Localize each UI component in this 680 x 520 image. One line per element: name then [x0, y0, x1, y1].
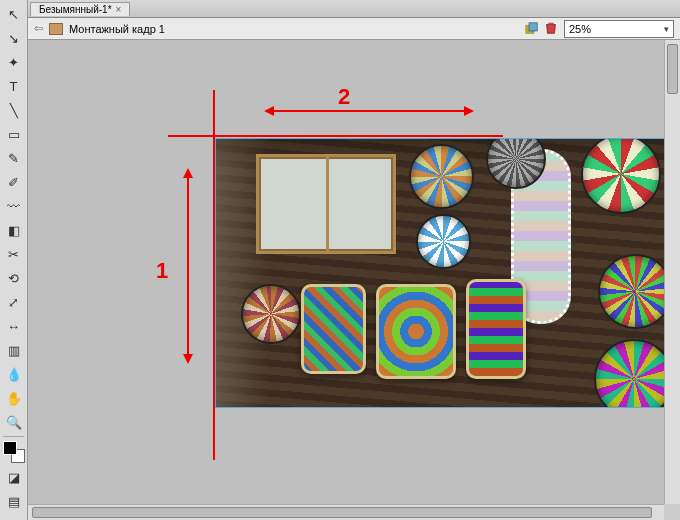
image-tile [376, 284, 456, 379]
zoom-tool[interactable]: 🔍 [2, 411, 26, 433]
direct-select-tool[interactable]: ↘ [2, 27, 26, 49]
document-tab-title: Безымянный-1* [39, 4, 112, 15]
artboard-icon [49, 23, 63, 35]
scrollbar-thumb[interactable] [667, 44, 678, 94]
move-tool[interactable]: ↖ [2, 3, 26, 25]
dimension-arrow-horizontal [266, 110, 472, 112]
image-plate [594, 339, 665, 408]
line-tool[interactable]: ╲ [2, 99, 26, 121]
eyedropper-tool[interactable]: 💧 [2, 363, 26, 385]
image-tile [301, 284, 366, 374]
scrollbar-vertical[interactable] [664, 40, 680, 504]
placed-image[interactable] [215, 138, 665, 408]
image-plate [409, 144, 474, 209]
chevron-down-icon: ▾ [664, 24, 669, 34]
arrange-icon[interactable] [525, 22, 538, 35]
color-swatches[interactable] [3, 441, 25, 463]
brush-tool[interactable]: ✎ [2, 147, 26, 169]
dimension-arrow-vertical [187, 170, 189, 362]
close-icon[interactable]: × [116, 4, 122, 15]
scrollbar-horizontal[interactable] [28, 504, 664, 520]
dimension-label-vertical: 1 [156, 258, 168, 284]
image-tile [466, 279, 526, 379]
scale-tool[interactable]: ⤢ [2, 291, 26, 313]
foreground-swatch[interactable] [3, 441, 17, 455]
image-plate [416, 214, 471, 269]
guide-horizontal [168, 135, 503, 137]
image-window [256, 154, 396, 254]
width-tool[interactable]: ↔ [2, 315, 26, 337]
draw-mode[interactable]: ◪ [2, 466, 26, 488]
rect-tool[interactable]: ▭ [2, 123, 26, 145]
type-tool[interactable]: T [2, 75, 26, 97]
scrollbar-thumb[interactable] [32, 507, 652, 518]
wand-tool[interactable]: ✦ [2, 51, 26, 73]
zoom-select[interactable]: 25% ▾ [564, 20, 674, 38]
svg-rect-2 [548, 22, 553, 24]
image-plate [241, 284, 301, 344]
hand-tool[interactable]: ✋ [2, 387, 26, 409]
blob-tool[interactable]: 〰 [2, 195, 26, 217]
gradient-tool[interactable]: ▥ [2, 339, 26, 361]
dimension-label-horizontal: 2 [338, 84, 350, 110]
screen-mode[interactable]: ▤ [2, 490, 26, 512]
svg-rect-1 [529, 23, 537, 31]
breadcrumb-title: Монтажный кадр 1 [69, 23, 165, 35]
image-plate [598, 254, 665, 329]
canvas-viewport: 2 1 [28, 40, 680, 520]
image-plate [581, 138, 661, 214]
back-arrow-icon[interactable]: ⇦ [34, 22, 43, 35]
scrollbar-corner [664, 504, 680, 520]
breadcrumb-bar: ⇦ Монтажный кадр 1 25% ▾ [28, 18, 680, 40]
document-tab[interactable]: Безымянный-1* × [30, 2, 130, 16]
rotate-tool[interactable]: ⟲ [2, 267, 26, 289]
eraser-tool[interactable]: ◧ [2, 219, 26, 241]
pencil-tool[interactable]: ✐ [2, 171, 26, 193]
tool-separator [3, 436, 24, 437]
toolbox: ↖ ↘ ✦ T ╲ ▭ ✎ ✐ 〰 ◧ ✂ ⟲ ⤢ ↔ ▥ 💧 ✋ 🔍 ◪ ▤ [0, 0, 28, 520]
scissors-tool[interactable]: ✂ [2, 243, 26, 265]
trash-icon[interactable] [544, 21, 558, 37]
canvas-stage[interactable]: 2 1 [28, 40, 664, 504]
zoom-value: 25% [569, 23, 591, 35]
document-tab-bar: Безымянный-1* × [0, 0, 680, 18]
